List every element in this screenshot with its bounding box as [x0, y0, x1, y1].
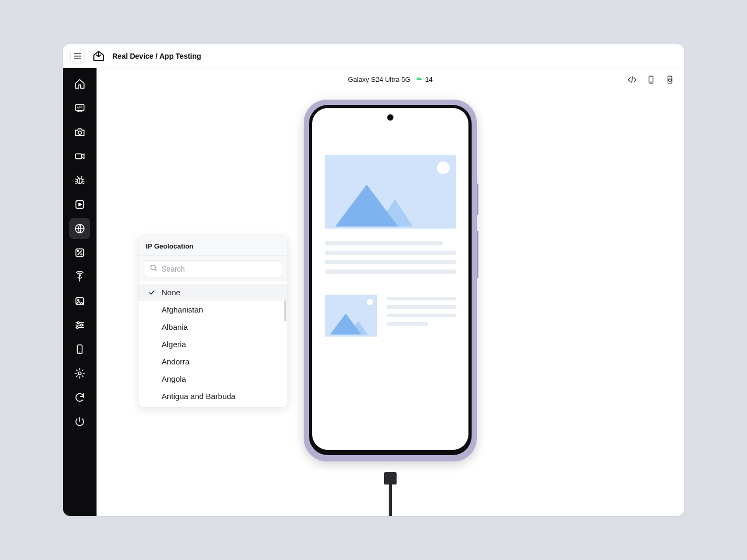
svg-point-2	[78, 131, 81, 134]
device-mockup	[304, 100, 477, 461]
device-screen[interactable]	[312, 108, 468, 450]
location-label: Afghanistan	[162, 305, 203, 314]
location-item[interactable]: Antigua and Barbuda	[138, 387, 287, 405]
left-rail: APP	[63, 68, 97, 516]
device-power-icon[interactable]	[664, 74, 676, 85]
video-icon[interactable]	[69, 146, 90, 167]
phone-cable-icon	[384, 472, 397, 516]
location-label: None	[162, 288, 180, 297]
svg-rect-3	[76, 154, 82, 158]
popup-title: IP Geolocation	[138, 236, 287, 256]
device-switch-icon[interactable]	[645, 74, 657, 85]
home-icon[interactable]	[69, 73, 90, 94]
scrollbar-thumb[interactable]	[284, 300, 286, 321]
refresh-icon[interactable]	[69, 387, 90, 408]
phone-side-button	[477, 231, 478, 278]
svg-point-21	[151, 265, 156, 270]
location-list[interactable]: None Afghanistan Albania	[138, 282, 287, 407]
bug-icon[interactable]	[69, 170, 90, 191]
content-area: Galaxy S24 Ultra 5G 14	[97, 68, 684, 516]
check-icon	[147, 289, 156, 296]
svg-point-19	[650, 81, 651, 82]
android-icon	[415, 75, 423, 84]
sliders-icon[interactable]	[69, 315, 90, 336]
logo-icon	[92, 50, 105, 62]
location-label: Albania	[162, 322, 188, 331]
svg-point-14	[81, 324, 83, 326]
location-label: Andorra	[162, 357, 189, 366]
search-icon	[150, 264, 157, 274]
location-item[interactable]: Angola	[138, 370, 287, 387]
play-app-icon[interactable]	[69, 194, 90, 215]
svg-point-17	[78, 372, 81, 375]
svg-point-12	[78, 299, 79, 301]
hamburger-menu-button[interactable]	[70, 49, 85, 63]
image-icon[interactable]	[69, 290, 90, 311]
phone-icon[interactable]	[69, 339, 90, 360]
svg-text:APP: APP	[77, 106, 82, 109]
ip-geolocation-panel: IP Geolocation	[138, 236, 287, 407]
placeholder-thumb	[325, 295, 377, 337]
map-percent-icon[interactable]	[69, 242, 90, 263]
phone-side-button	[477, 184, 478, 215]
svg-point-8	[78, 251, 79, 252]
code-icon[interactable]	[626, 74, 638, 85]
power-icon[interactable]	[69, 411, 90, 432]
placeholder-content	[312, 108, 468, 347]
svg-point-15	[77, 327, 79, 329]
globe-icon[interactable]	[69, 218, 90, 239]
app-window: Real Device / App Testing APP	[63, 44, 684, 516]
location-item[interactable]: Algeria	[138, 336, 287, 353]
search-input[interactable]	[162, 265, 276, 273]
svg-point-13	[77, 322, 79, 324]
camera-icon[interactable]	[69, 122, 90, 143]
location-label: Algeria	[162, 340, 186, 349]
svg-point-10	[79, 275, 81, 276]
camera-notch-icon	[387, 114, 393, 121]
search-input-wrap[interactable]	[144, 260, 282, 277]
sub-header: Galaxy S24 Ultra 5G 14	[97, 68, 684, 91]
breadcrumb: Real Device / App Testing	[112, 52, 201, 60]
os-version-label: 14	[425, 76, 432, 83]
location-item[interactable]: Albania	[138, 318, 287, 336]
header: Real Device / App Testing	[63, 44, 684, 68]
svg-point-9	[81, 254, 82, 255]
location-label: Antigua and Barbuda	[162, 392, 236, 401]
location-item[interactable]: Afghanistan	[138, 301, 287, 318]
device-name-label: Galaxy S24 Ultra 5G	[348, 76, 410, 83]
location-label: Angola	[162, 374, 186, 383]
placeholder-image	[325, 155, 456, 229]
gear-icon[interactable]	[69, 363, 90, 384]
network-signal-icon[interactable]	[69, 266, 90, 287]
app-icon[interactable]: APP	[69, 98, 90, 119]
location-item-none[interactable]: None	[138, 284, 287, 301]
location-item[interactable]: Andorra	[138, 353, 287, 370]
